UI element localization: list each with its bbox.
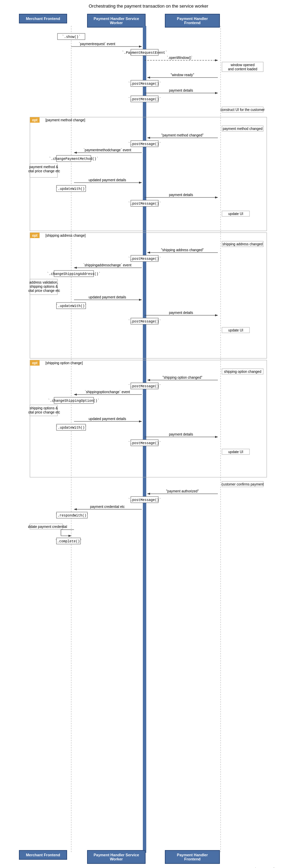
svg-text:window opened: window opened [230,63,255,67]
diagram-title: Orchestrating the payment transaction on… [0,3,297,9]
svg-text:[payment method change]: [payment method change] [45,118,85,122]
svg-text:[shipping address change]: [shipping address change] [45,234,86,237]
footer-url: www.websequencediagrams.com [0,866,297,868]
svg-text:and content loaded: and content loaded [228,67,257,71]
svg-text:construct UI for the customer: construct UI for the customer [220,108,265,112]
svg-text:`.postMessage()`: `.postMessage()` [128,142,161,146]
svg-text:`.openWindow()`: `.openWindow()` [167,56,192,60]
svg-text:`.postMessage()`: `.postMessage()` [128,319,161,324]
svg-text:`shippingoptionchange` event: `shippingoptionchange` event [85,390,130,394]
svg-text:`.PaymentRequestEvent`: `.PaymentRequestEvent` [121,51,167,55]
lifeline-footer-frontend: Payment Handler Frontend [165,850,220,864]
svg-text:update UI: update UI [228,328,243,332]
diagram-container: Orchestrating the payment transaction on… [0,0,297,868]
svg-text:`.changeShippingAddress()`: `.changeShippingAddress()` [46,272,100,276]
svg-text:`.postMessage()`: `.postMessage()` [128,202,161,206]
svg-text:updated payment details: updated payment details [88,295,126,299]
svg-text:payment details: payment details [169,311,193,315]
svg-text:`.postMessage()`: `.postMessage()` [128,498,161,502]
lifeline-header-merchant: Merchant Frontend [19,14,67,23]
svg-text:updated payment details: updated payment details [88,178,126,182]
svg-text:shipping address changed: shipping address changed [222,242,263,246]
svg-text:updated payment details: updated payment details [88,417,126,421]
svg-text:update UI: update UI [228,450,243,454]
svg-rect-52 [30,233,267,358]
svg-text:`.postMessage()`: `.postMessage()` [128,82,161,86]
svg-text:"shipping address changed": "shipping address changed" [161,248,204,252]
svg-text:`paymentrequest` event: `paymentrequest` event [79,42,115,46]
svg-text:[shipping option change]: [shipping option change] [45,361,83,365]
svg-text:opt: opt [32,361,38,365]
svg-text:shipping option changed: shipping option changed [224,370,261,374]
lifeline-footer-service-worker: Payment Handler Service Worker [87,850,146,864]
svg-text:customer confirms payment: customer confirms payment [221,482,264,486]
svg-text:`.postMessage()`: `.postMessage()` [128,384,161,388]
svg-text:shipping options &: shipping options & [30,285,58,288]
svg-text:`shippingaddresschange` event: `shippingaddresschange` event [83,263,131,267]
svg-text:`.complete()`: `.complete()` [55,539,82,543]
svg-text:`.show()`: `.show()` [62,35,80,39]
sequence-diagram-svg: `.show()` `paymentrequest` event `.Payme… [28,26,269,853]
svg-text:payment details: payment details [169,89,193,92]
svg-text:`paymentmethodchange` event: `paymentmethodchange` event [83,148,131,152]
lifeline-header-frontend: Payment Handler Frontend [165,14,220,28]
svg-text:`.updateWith()`: `.updateWith()` [55,304,86,308]
svg-text:address validation,: address validation, [29,280,58,284]
svg-text:validate payment credential: validate payment credential [28,525,67,529]
svg-text:"shipping option changed": "shipping option changed" [162,376,202,379]
svg-text:total price change etc: total price change etc [28,169,60,173]
svg-text:`.postMessage()`: `.postMessage()` [128,441,161,445]
lifeline-header-service-worker: Payment Handler Service Worker [87,14,146,28]
svg-text:"payment authorized": "payment authorized" [166,489,199,493]
svg-text:"payment method changed": "payment method changed" [161,133,203,137]
svg-text:payment method &: payment method & [29,165,58,169]
svg-text:payment details: payment details [169,432,193,436]
svg-text:total price change etc: total price change etc [28,289,60,293]
svg-text:`.postMessage()`: `.postMessage()` [128,97,161,101]
svg-text:`.respondWith()`: `.respondWith()` [55,513,88,518]
svg-text:`.changeShippingOption()`: `.changeShippingOption()` [47,399,99,403]
svg-text:`.changePaymentMethod()`: `.changePaymentMethod()` [49,157,98,161]
svg-text:update UI: update UI [228,212,243,216]
svg-text:"window ready": "window ready" [170,73,194,77]
svg-text:opt: opt [32,234,38,237]
svg-text:`.updateWith()`: `.updateWith()` [55,187,86,191]
svg-text:payment details: payment details [169,193,193,197]
svg-text:total price change etc: total price change etc [28,410,60,414]
svg-text:opt: opt [32,118,38,122]
svg-text:`.updateWith()`: `.updateWith()` [55,426,86,430]
svg-rect-80 [30,360,267,477]
svg-text:shipping options &: shipping options & [30,406,58,410]
svg-text:payment method changed: payment method changed [223,127,263,131]
lifeline-footer-merchant: Merchant Frontend [19,850,67,860]
svg-text:`.postMessage()`: `.postMessage()` [128,257,161,261]
svg-text:payment credential etc: payment credential etc [90,505,125,509]
